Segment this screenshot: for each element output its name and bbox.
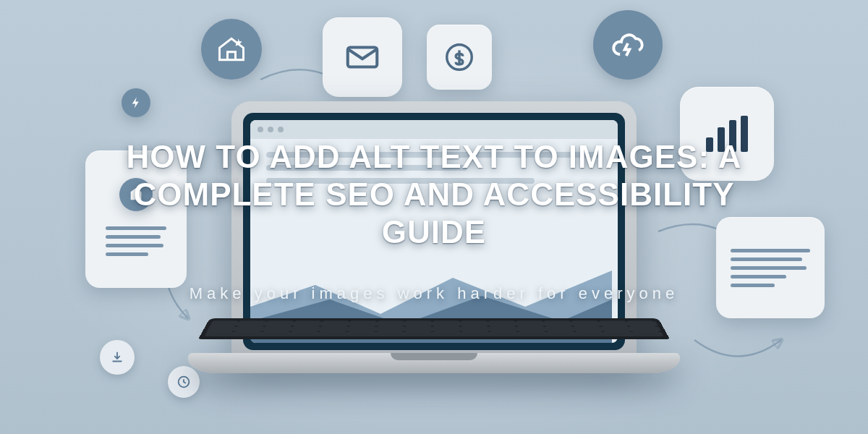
hero-subtitle: Make your images work harder for everyon… <box>190 284 678 303</box>
hero-title: HOW TO ADD ALT TEXT TO IMAGES: A COMPLET… <box>109 138 760 251</box>
hero-text-overlay: HOW TO ADD ALT TEXT TO IMAGES: A COMPLET… <box>0 0 868 434</box>
